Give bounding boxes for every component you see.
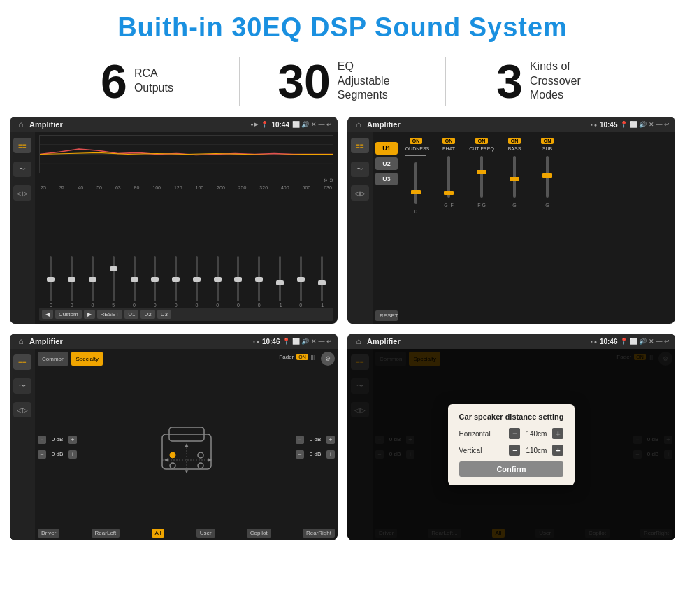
eq-reset-button[interactable]: RESET <box>97 310 123 319</box>
slider-thumb-6[interactable] <box>151 277 159 282</box>
slider-track-1[interactable] <box>50 256 52 301</box>
stat-crossover-text: Kinds ofCrossover Modes <box>530 59 600 103</box>
loudness-thumb[interactable] <box>411 190 421 194</box>
specialty-tab[interactable]: Specialty <box>71 352 102 366</box>
amp-home-icon[interactable]: ⌂ <box>353 119 364 130</box>
slider-thumb-3[interactable] <box>89 277 96 282</box>
amp-main: U1 U2 U3 RESET ON LOUDNESS <box>373 132 675 324</box>
phat-label: PHAT <box>442 146 455 151</box>
phat-thumb[interactable] <box>444 191 454 195</box>
slider-val-11: 0 <box>258 303 261 308</box>
slider-thumb-2[interactable] <box>68 277 75 282</box>
slider-track-9[interactable] <box>217 256 219 301</box>
fader-label: Fader <box>279 354 294 360</box>
slider-thumb-11[interactable] <box>255 277 263 282</box>
loudness-slider[interactable] <box>414 162 417 204</box>
vol-plus-3[interactable]: + <box>326 436 335 444</box>
vol-row-4: − 0 dB + <box>296 450 335 459</box>
rearright-button[interactable]: RearRight <box>303 529 335 538</box>
vol-value-1: 0 dB <box>48 436 67 443</box>
sub-slider[interactable] <box>546 156 549 198</box>
user-button[interactable]: User <box>196 529 215 538</box>
eq-prev-button[interactable]: ◀ <box>42 310 53 319</box>
rearleft-button[interactable]: RearLeft <box>92 529 120 538</box>
spk-side-icon-2[interactable]: 〜 <box>13 378 31 394</box>
ch-u1[interactable]: U1 <box>375 142 398 155</box>
common-tab[interactable]: Common <box>38 352 68 366</box>
spk-side-icon-1[interactable]: ≡≡ <box>13 354 31 370</box>
spk-home-icon[interactable]: ⌂ <box>15 336 27 347</box>
vol-minus-2[interactable]: − <box>38 450 46 459</box>
slider-val-7: 0 <box>175 303 178 308</box>
eq-custom-button[interactable]: Custom <box>55 310 82 319</box>
slider-thumb-4[interactable] <box>110 266 117 271</box>
amp-side-icon-1[interactable]: ≡≡ <box>351 138 369 153</box>
channel-buttons: U1 U2 U3 RESET <box>375 135 398 321</box>
slider-thumb-9[interactable] <box>214 277 222 282</box>
sub-thumb[interactable] <box>542 173 552 178</box>
vol-plus-2[interactable]: + <box>68 450 77 459</box>
driver-button[interactable]: Driver <box>38 529 59 538</box>
slider-thumb-14[interactable] <box>318 280 326 285</box>
slider-thumb-7[interactable] <box>172 277 180 282</box>
vertical-plus-button[interactable]: + <box>552 445 563 456</box>
slider-track-7[interactable] <box>175 256 177 301</box>
slider-thumb-10[interactable] <box>234 277 242 282</box>
eq-u3-button[interactable]: U3 <box>157 310 171 319</box>
vol-minus-4[interactable]: − <box>296 450 304 459</box>
slider-track-4[interactable] <box>113 256 115 301</box>
slider-3: 0 <box>82 256 103 308</box>
bass-slider[interactable] <box>513 156 516 198</box>
sliders-row: 0 0 0 <box>39 193 333 308</box>
slider-track-12[interactable] <box>279 256 281 301</box>
eq-side-icon-3[interactable]: ◁▷ <box>13 185 31 201</box>
home-icon[interactable]: ⌂ <box>15 119 27 130</box>
cutfreq-thumb[interactable] <box>477 170 486 174</box>
freq-100: 100 <box>152 185 161 190</box>
slider-track-10[interactable] <box>237 256 239 301</box>
amp-screen: ⌂ Amplifier ▪ ● 10:45 📍 ⬜ 🔊 ✕ — ↩ ≡≡ 〜 ◁… <box>347 117 675 324</box>
vol-plus-1[interactable]: + <box>68 436 77 444</box>
ch-u2[interactable]: U2 <box>375 157 398 170</box>
horizontal-minus-button[interactable]: − <box>509 428 520 439</box>
all-button[interactable]: All <box>152 529 165 538</box>
spkd-home-icon[interactable]: ⌂ <box>353 336 364 347</box>
vol-plus-4[interactable]: + <box>326 450 335 459</box>
eq-side-icon-1[interactable]: ≡≡ <box>13 138 31 153</box>
settings-icon[interactable]: ⚙ <box>321 352 335 366</box>
slider-4: 5 <box>103 256 124 308</box>
slider-track-5[interactable] <box>134 256 136 301</box>
slider-thumb-12[interactable] <box>276 280 284 285</box>
bass-thumb[interactable] <box>510 177 519 181</box>
eq-side-icon-2[interactable]: 〜 <box>13 162 31 177</box>
amp-side-icon-2[interactable]: 〜 <box>351 162 369 177</box>
slider-track-11[interactable] <box>258 256 260 301</box>
cutfreq-slider[interactable] <box>480 156 483 198</box>
copilot-button[interactable]: Copilot <box>247 529 271 538</box>
slider-track-14[interactable] <box>321 256 323 301</box>
slider-track-2[interactable] <box>71 256 73 301</box>
amp-side-icon-3[interactable]: ◁▷ <box>351 185 369 201</box>
amp-loudness-panel: ON LOUDNESS 0 <box>401 138 431 214</box>
eq-u1-button[interactable]: U1 <box>124 310 138 319</box>
speaker-dialog-screen: ⌂ Amplifier ▪ ● 10:46 📍 ⬜ 🔊 ✕ — ↩ ≡≡ 〜 ◁… <box>347 334 675 540</box>
horizontal-plus-button[interactable]: + <box>552 428 563 439</box>
slider-track-8[interactable] <box>196 256 198 301</box>
confirm-button[interactable]: Confirm <box>459 461 564 477</box>
eq-u2-button[interactable]: U2 <box>140 310 154 319</box>
amp-reset-button[interactable]: RESET <box>375 310 398 321</box>
slider-thumb-5[interactable] <box>131 277 138 282</box>
slider-thumb-1[interactable] <box>47 277 55 282</box>
phat-slider[interactable] <box>447 156 450 198</box>
eq-next-button[interactable]: ▶ <box>84 310 95 319</box>
slider-thumb-8[interactable] <box>193 277 201 282</box>
ch-u3[interactable]: U3 <box>375 173 398 185</box>
vertical-minus-button[interactable]: − <box>509 445 520 456</box>
slider-track-3[interactable] <box>92 256 94 301</box>
slider-track-13[interactable] <box>300 256 302 301</box>
spk-side-icon-3[interactable]: ◁▷ <box>13 402 31 417</box>
slider-thumb-13[interactable] <box>297 277 305 282</box>
vol-minus-3[interactable]: − <box>296 436 304 444</box>
slider-track-6[interactable] <box>154 256 156 301</box>
vol-minus-1[interactable]: − <box>38 436 46 444</box>
